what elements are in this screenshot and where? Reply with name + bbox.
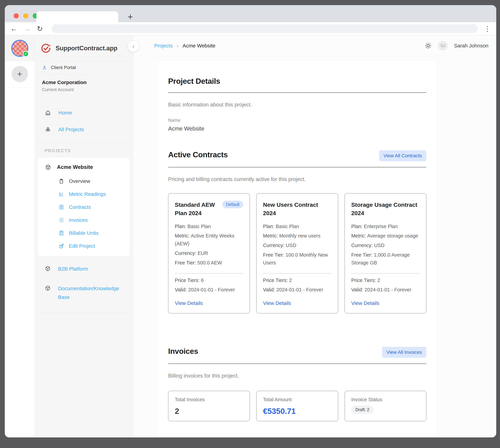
breadcrumb-current: Acme Website: [183, 43, 215, 49]
sidebar-item-label: Overview: [69, 178, 90, 184]
sidebar-item-acme-website[interactable]: Acme Website: [38, 160, 129, 175]
cube-icon: [45, 265, 51, 272]
section-subtitle: Basic information about this project.: [168, 102, 426, 108]
view-details-link[interactable]: View Details: [175, 300, 203, 306]
sidebar-divider: [39, 313, 129, 313]
account-subtitle: Current Account: [42, 87, 126, 92]
stat-card-total-invoices: Total Invoices 2: [168, 391, 250, 421]
sidebar-item-label: B2B Platform: [58, 264, 88, 273]
contract-field: Valid: 2024-01-01 - Forever: [263, 286, 331, 294]
sidebar-item-label: Documentation/Knowledge Base: [58, 284, 127, 302]
contract-card: New Users Contract 2024 Plan: Basic Plan…: [256, 193, 338, 313]
sidebar-item-label: Billable Units: [69, 230, 98, 236]
content-header: Projects › Acme Website SJ Sarah Johnson: [133, 35, 496, 56]
user-name: Sarah Johnson: [454, 43, 488, 49]
contract-field: Currency: EUR: [175, 249, 243, 257]
section-rule: [168, 364, 426, 364]
sidebar-header: SupportContract.app: [35, 35, 133, 61]
contract-field: Price Tiers: 2: [263, 276, 331, 284]
sidebar-item-label: Edit Project: [69, 243, 95, 249]
new-tab-button[interactable]: +: [125, 12, 135, 22]
browser-window: + ← → ↻ ⋮ ✓ +: [5, 5, 496, 437]
sidebar-nav: Home All Projects: [35, 99, 133, 138]
project-name-label: Acme Website: [57, 164, 93, 170]
contract-field: Valid: 2024-01-01 - Forever: [351, 286, 420, 294]
contract-field: Metric: Monthly new users: [263, 232, 331, 240]
content-area: ‹ Projects › Acme Website SJ Sarah Johns…: [133, 35, 496, 437]
browser-toolbar: ← → ↻ ⋮: [5, 22, 496, 35]
default-badge: Default: [222, 201, 243, 208]
contract-field: Plan: Enterprise Plan: [351, 223, 420, 230]
contract-title: New Users Contract 2024: [263, 201, 331, 218]
sidebar-item-invoices[interactable]: € Invoices: [38, 214, 129, 226]
workspace-avatar[interactable]: ✓: [11, 40, 28, 57]
main-scroll-area[interactable]: Project Details Basic information about …: [133, 56, 496, 437]
view-all-invoices-button[interactable]: View All Invoices: [382, 347, 426, 358]
edit-pencil-icon: [59, 243, 64, 249]
sidebar-item-client-portal[interactable]: Client Portal: [35, 61, 133, 74]
contract-field: Plan: Basic Plan: [175, 223, 243, 230]
sidebar-item-b2b-platform[interactable]: B2B Platform: [35, 259, 133, 279]
browser-tab[interactable]: [36, 11, 118, 22]
view-details-link[interactable]: View Details: [351, 300, 379, 306]
sidebar-item-label: Metric Readings: [69, 191, 106, 197]
minimize-window-button[interactable]: [23, 13, 28, 18]
browser-tabstrip: +: [5, 5, 496, 22]
sidebar-item-all-projects[interactable]: All Projects: [35, 121, 133, 138]
section-title-active-contracts: Active Contracts: [168, 150, 228, 159]
breadcrumb-projects-link[interactable]: Projects: [154, 43, 172, 49]
contract-field: Currency: USD: [351, 241, 420, 249]
contract-field: Price Tiers: 2: [351, 276, 420, 284]
name-field-value: Acme Website: [168, 125, 426, 132]
sidebar-item-overview[interactable]: Overview: [38, 175, 129, 188]
projects-section-label: PROJECTS: [35, 143, 133, 156]
theme-toggle-sun-icon[interactable]: [425, 42, 432, 49]
workspace-add-section: +: [5, 61, 35, 88]
sidebar-item-contracts[interactable]: Contracts: [38, 201, 129, 214]
contract-field: Metric: Average storage usage: [351, 232, 420, 240]
contract-field: Plan: Basic Plan: [263, 223, 331, 230]
sidebar-item-documentation[interactable]: Documentation/Knowledge Base: [35, 279, 133, 307]
sidebar-item-metric-readings[interactable]: Metric Readings: [38, 188, 129, 201]
chevron-right-icon: ›: [177, 43, 178, 49]
stat-card-total-amount: Total Amount €5350.71: [256, 391, 338, 421]
stat-value: 2: [175, 407, 243, 416]
portal-label: Client Portal: [51, 65, 76, 70]
calculator-icon: [59, 230, 64, 236]
section-rule: [168, 167, 426, 167]
forward-icon[interactable]: →: [24, 25, 31, 33]
contract-field: Metric: Active Entity Weeks (AEW): [175, 232, 243, 248]
contract-field: Price Tiers: 6: [175, 276, 243, 284]
section-title-invoices: Invoices: [168, 347, 198, 356]
sidebar-item-edit-project[interactable]: Edit Project: [38, 240, 129, 253]
home-icon: [45, 110, 51, 116]
sidebar-item-label: Invoices: [69, 217, 88, 223]
window-controls: [14, 13, 38, 18]
section-subtitle: Pricing and billing contracts currently …: [168, 176, 426, 182]
view-details-link[interactable]: View Details: [263, 300, 291, 306]
contract-card-divider: [263, 273, 331, 273]
contract-scroll-icon: [59, 204, 64, 210]
status-badge: Draft: 2: [351, 405, 374, 414]
view-all-contracts-button[interactable]: View All Contracts: [379, 150, 426, 161]
reload-icon[interactable]: ↻: [37, 25, 43, 33]
account-switcher[interactable]: Acme Corporation Current Account: [35, 74, 133, 99]
app-logo-icon: [41, 43, 51, 54]
cube-icon: [45, 285, 51, 291]
invoice-stats-row: Total Invoices 2 Total Amount €5350.71 I…: [168, 391, 426, 421]
account-name: Acme Corporation: [42, 80, 126, 85]
sidebar-collapse-button[interactable]: ‹: [128, 41, 139, 52]
user-avatar[interactable]: SJ: [438, 41, 448, 51]
back-icon[interactable]: ←: [10, 25, 17, 33]
close-window-button[interactable]: [14, 13, 19, 18]
sidebar: SupportContract.app Client Portal Acme C…: [35, 35, 133, 437]
sidebar-item-home[interactable]: Home: [35, 104, 133, 121]
workspace-rail: ✓ +: [5, 35, 35, 437]
contract-field: Free Tier: 100.0 Monthly New Users: [263, 251, 331, 267]
chevron-left-icon: ‹: [132, 43, 134, 50]
section-subtitle: Billing invoices for this project.: [168, 373, 426, 379]
address-bar[interactable]: [52, 24, 478, 33]
sidebar-item-billable-units[interactable]: Billable Units: [38, 226, 129, 240]
browser-menu-icon[interactable]: ⋮: [484, 25, 491, 32]
add-workspace-button[interactable]: +: [12, 66, 28, 82]
